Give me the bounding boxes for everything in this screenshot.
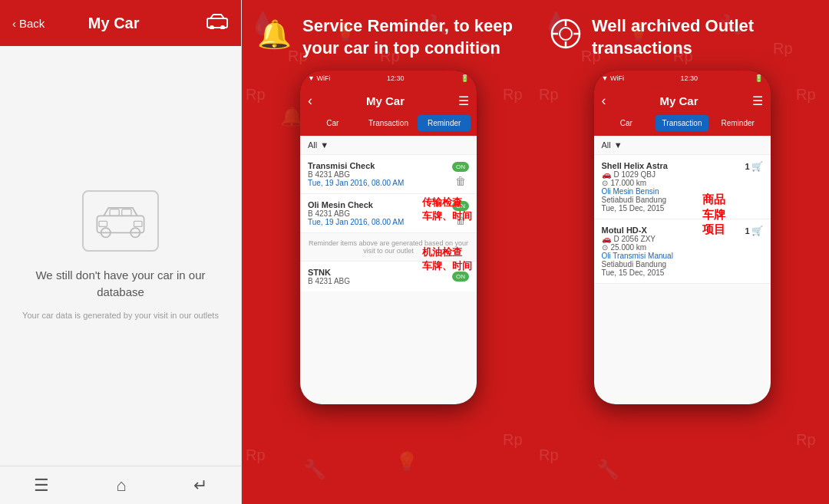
clock: 12:30 <box>387 74 405 82</box>
stnk-left: STNK B 4231 ABG <box>308 268 350 285</box>
car-header-icon <box>206 12 229 34</box>
cart-icon-2: 🛒 <box>751 226 763 236</box>
tab-car-3[interactable]: Car <box>600 115 653 131</box>
phone-tab-bar: Car Transaction Reminder <box>300 115 477 136</box>
promo-headline-3: Well archived Outlet transactions <box>592 15 814 59</box>
empty-subtitle: Your car data is generated by your visit… <box>22 309 219 322</box>
battery-icon: 🔋 <box>461 74 469 82</box>
transaction-date: Tue, 15 Dec, 2015 <box>602 204 668 212</box>
car-icon-sm-2: 🚗 <box>602 235 611 243</box>
clock-3: 12:30 <box>680 74 698 82</box>
back-chevron-icon: ‹ <box>12 17 16 30</box>
transaction-cart-2: 1 🛒 <box>745 226 762 236</box>
trash-icon[interactable]: 🗑 <box>455 175 466 187</box>
bell-icon: 🔔 <box>257 18 292 51</box>
transaction-km-2: 25.000 km <box>611 243 647 252</box>
signal-icons: ▼ WiFi <box>308 74 330 82</box>
back-nav-icon[interactable]: ↵ <box>193 476 207 496</box>
toggle-on[interactable]: ON <box>452 162 469 172</box>
transaction-meta: 🚗 D 1029 QBJ <box>602 170 668 179</box>
phone-frame-3: ▼ WiFi 12:30 🔋 ‹ My Car ☰ Car Transactio… <box>594 71 771 404</box>
transaction-left: Shell Helix Astra 🚗 D 1029 QBJ ⊙ 17.000 … <box>602 161 668 212</box>
transaction-plate-2: D 2056 ZXY <box>614 235 656 243</box>
svg-rect-7 <box>122 209 131 216</box>
panel2-content: 🔔 Service Reminder, to keep your car in … <box>242 0 535 504</box>
stnk-plate: B 4231 ABG <box>308 277 350 285</box>
cn-annotation-oli: 机油检查车牌、时间 <box>422 245 472 273</box>
header-title: My Car <box>31 15 197 32</box>
phone-title: My Car <box>312 94 458 107</box>
promo-headline: Service Reminder, to keep your car in to… <box>302 15 520 59</box>
filter-row-3: All ▼ <box>594 136 771 155</box>
speedometer-icon: ⊙ <box>602 179 608 187</box>
phone-header-3: ‹ My Car ☰ <box>594 86 771 115</box>
transaction-product-2: Motul HD-X <box>602 226 673 235</box>
phone-menu-icon-3[interactable]: ☰ <box>752 94 763 108</box>
menu-icon[interactable]: ☰ <box>34 476 49 496</box>
tab-reminder-3[interactable]: Reminder <box>712 115 765 131</box>
transaction-qty: 1 <box>745 162 749 171</box>
car-illustration <box>82 190 159 252</box>
phone-header: ‹ My Car ☰ <box>300 86 477 115</box>
empty-state: We still don't have your car in our data… <box>0 46 241 466</box>
filter-chevron-icon-3: ▼ <box>614 140 623 150</box>
reminder-right: ON 🗑 <box>452 162 469 187</box>
phone-body-3: All ▼ Shell Helix Astra 🚗 D 1029 QBJ <box>594 136 771 404</box>
promo-header: 🔔 Service Reminder, to keep your car in … <box>242 0 535 67</box>
transaction-plate: D 1029 QBJ <box>614 170 656 179</box>
cn-annotation-product: 商品车牌项目 <box>702 192 725 237</box>
stnk-name: STNK <box>308 268 350 277</box>
transaction-location-2: Setiabudi Bandung <box>602 260 673 268</box>
filter-label: All <box>308 140 317 150</box>
phone-status-bar: ▼ WiFi 12:30 🔋 <box>300 71 477 86</box>
svg-point-35 <box>560 28 572 40</box>
transaction-location: Setiabudi Bandung <box>602 196 668 204</box>
transaction-item-2: Motul HD-X 🚗 D 2056 ZXY ⊙ 25.000 km Oli … <box>594 219 771 284</box>
panel3-content: Well archived Outlet transactions ▼ WiFi… <box>535 0 829 504</box>
svg-point-1 <box>210 25 214 29</box>
panel-mycar-empty: ‹ Back My Car We s <box>0 0 242 504</box>
transaction-item-1: Shell Helix Astra 🚗 D 1029 QBJ ⊙ 17.000 … <box>594 155 771 219</box>
phone-frame: ▼ WiFi 12:30 🔋 ‹ My Car ☰ Car Transactio… <box>300 71 477 404</box>
promo-header-3: Well archived Outlet transactions <box>535 0 829 67</box>
tab-car[interactable]: Car <box>306 115 359 131</box>
cn-annotation-transmisi: 传输检查车牌、时间 <box>422 196 472 223</box>
speedometer-icon-2: ⊙ <box>602 243 608 252</box>
filter-label-3: All <box>602 140 611 150</box>
phone-mockup-reminder: ▼ WiFi 12:30 🔋 ‹ My Car ☰ Car Transactio… <box>242 67 535 504</box>
transaction-header-row: Shell Helix Astra 🚗 D 1029 QBJ ⊙ 17.000 … <box>602 161 763 212</box>
signal-icons-3: ▼ WiFi <box>602 74 624 82</box>
cart-icon: 🛒 <box>751 161 763 172</box>
transaction-meta-2: 🚗 D 2056 ZXY <box>602 235 673 243</box>
phone-status-bar-3: ▼ WiFi 12:30 🔋 <box>594 71 771 86</box>
tab-transaction[interactable]: Transaction <box>362 115 415 131</box>
reminder-item-transmisi: Transmisi Check B 4231 ABG Tue, 19 Jan 2… <box>300 155 477 194</box>
svg-rect-9 <box>134 221 143 226</box>
phone-title-3: My Car <box>606 94 752 107</box>
transaction-category-2: Oli Transmisi Manual <box>602 252 673 260</box>
panel-transaction-promo: 💧 Rp 💡 Rp 🔧 Rp Rp Rp Rp Rp 🔧 <box>535 0 829 504</box>
phone-menu-icon[interactable]: ☰ <box>458 94 469 108</box>
svg-point-2 <box>220 25 225 29</box>
svg-rect-3 <box>97 216 144 232</box>
reminder-plate: B 4231 ABG <box>308 170 452 179</box>
filter-row: All ▼ <box>300 136 477 155</box>
phone-mockup-transaction: ▼ WiFi 12:30 🔋 ‹ My Car ☰ Car Transactio… <box>535 67 829 504</box>
reminder-left: Transmisi Check B 4231 ABG Tue, 19 Jan 2… <box>308 161 452 187</box>
reminder-name: Transmisi Check <box>308 161 452 170</box>
transaction-cart-1: 1 🛒 <box>745 161 762 172</box>
svg-rect-6 <box>110 209 119 216</box>
tab-reminder[interactable]: Reminder <box>418 115 471 131</box>
transaction-km: 17.000 km <box>611 179 647 187</box>
transaction-header-row-2: Motul HD-X 🚗 D 2056 ZXY ⊙ 25.000 km Oli … <box>602 226 763 277</box>
home-icon[interactable]: ⌂ <box>116 476 126 496</box>
transaction-qty-2: 1 <box>745 226 749 236</box>
empty-title: We still don't have your car in our data… <box>15 267 226 301</box>
panel-reminder-promo: 💧 Rp 💡 Rp 🔧 Rp Rp 🔔 Rp Rp Rp 🔧 💡 🔔 Servi… <box>242 0 535 504</box>
svg-rect-8 <box>99 221 107 226</box>
reminder-date: Tue, 19 Jan 2016, 08.00 AM <box>308 179 452 187</box>
tab-transaction-3[interactable]: Transaction <box>656 115 708 131</box>
transaction-meta-km: ⊙ 17.000 km <box>602 179 668 187</box>
transaction-meta-km-2: ⊙ 25.000 km <box>602 243 673 252</box>
battery-icon-3: 🔋 <box>755 74 763 82</box>
